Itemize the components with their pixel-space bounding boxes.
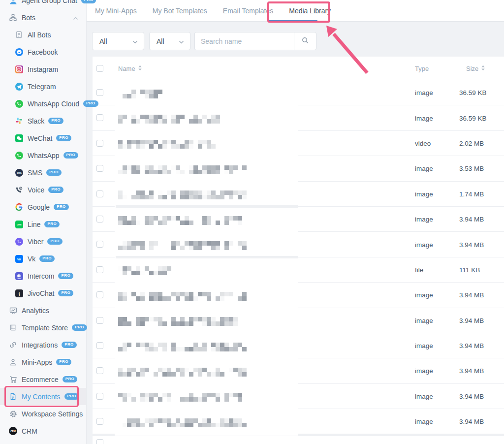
redacted-name-cell[interactable]	[115, 359, 298, 385]
sidebar-item-whatsapp-cloud[interactable]: WhatsApp CloudPRO	[0, 95, 86, 112]
row-checkbox[interactable]	[96, 342, 103, 349]
redacted-name-cell[interactable]	[115, 106, 298, 132]
sidebar-item-workspace-settings[interactable]: Workspace Settings	[0, 405, 86, 422]
sidebar-item-instagram[interactable]: Instagram	[0, 61, 86, 78]
redacted-name-cell[interactable]	[115, 157, 298, 183]
gear-icon	[9, 410, 17, 418]
search-button[interactable]	[294, 32, 316, 50]
sidebar-item-label: Facebook	[28, 48, 58, 56]
tab-media-library[interactable]: Media Library	[289, 7, 331, 15]
row-checkbox[interactable]	[96, 165, 103, 172]
sidebar-item-bots[interactable]: Bots	[0, 9, 86, 26]
table-row: image3.94 MB	[93, 283, 504, 308]
sidebar-item-label: All Bots	[28, 31, 51, 39]
sidebar: Agent Group ChatPROBotsAll BotsFacebookI…	[0, 0, 87, 444]
cell-type: image	[415, 342, 433, 349]
cell-size: 36.59 KB	[459, 114, 487, 122]
redacted-name-cell[interactable]	[115, 309, 298, 335]
type-filter-value: All	[99, 37, 132, 45]
analytics-icon	[9, 306, 17, 315]
sidebar-item-ecommerce[interactable]: EcommercePRO	[0, 371, 86, 388]
svg-text:LINE: LINE	[17, 223, 22, 226]
sidebar-item-all-bots[interactable]: All Bots	[0, 26, 86, 43]
cell-size: 3.94 MB	[459, 392, 484, 400]
redacted-name-cell[interactable]	[115, 182, 298, 208]
row-checkbox[interactable]	[96, 393, 103, 400]
sidebar-item-integrations[interactable]: IntegrationsPRO	[0, 336, 86, 353]
sidebar-item-my-contents[interactable]: My ContentsPRO	[0, 388, 86, 405]
type-filter-select[interactable]: All	[92, 32, 144, 50]
column-label: Type	[415, 64, 429, 72]
sidebar-item-wechat[interactable]: WeChatPRO	[0, 129, 86, 147]
slack-icon	[15, 117, 23, 125]
row-checkbox[interactable]	[96, 439, 103, 444]
sidebar-item-sms[interactable]: SMSSMSPRO	[0, 164, 86, 181]
column-header-type[interactable]: Type	[415, 64, 429, 72]
sidebar-item-facebook[interactable]: Facebook	[0, 43, 86, 61]
sidebar-item-viber[interactable]: ViberPRO	[0, 233, 86, 250]
sidebar-item-mini-apps[interactable]: Mini-AppsPRO	[0, 353, 86, 371]
redacted-name-cell[interactable]	[115, 232, 298, 258]
row-checkbox[interactable]	[96, 266, 103, 273]
tab-email-templates[interactable]: Email Templates	[223, 7, 273, 15]
row-checkbox[interactable]	[96, 216, 103, 222]
row-checkbox[interactable]	[96, 291, 103, 298]
redaction-mosaic	[118, 190, 249, 199]
channel-filter-select[interactable]: All	[149, 32, 190, 50]
sidebar-item-voice[interactable]: VoicePRO	[0, 181, 86, 198]
sidebar-item-analytics[interactable]: Analytics	[0, 302, 86, 319]
select-all-checkbox[interactable]	[96, 65, 103, 72]
redacted-name-cell[interactable]	[115, 207, 298, 233]
redacted-name-cell[interactable]	[115, 81, 298, 107]
pro-badge: PRO	[72, 324, 87, 331]
row-checkbox[interactable]	[96, 418, 103, 425]
cell-size: 3.94 MB	[459, 216, 484, 223]
sidebar-item-crm[interactable]: CRMCRM	[0, 422, 86, 440]
redacted-name-cell[interactable]	[115, 334, 298, 360]
redacted-name-cell[interactable]	[115, 410, 298, 436]
column-header-size[interactable]: Size	[466, 64, 485, 72]
sidebar-item-slack[interactable]: SlackPRO	[0, 112, 86, 129]
tab-bar: My Mini-AppsMy Bot TemplatesEmail Templa…	[87, 0, 504, 22]
redacted-name-cell[interactable]	[115, 283, 298, 309]
pro-badge: PRO	[83, 100, 98, 107]
search-group	[194, 32, 316, 50]
sms-icon: SMS	[15, 168, 23, 177]
sidebar-item-label: Voice	[28, 186, 44, 194]
tab-my-mini-apps[interactable]: My Mini-Apps	[95, 7, 137, 15]
sidebar-item-line[interactable]: LINELinePRO	[0, 216, 86, 233]
row-checkbox[interactable]	[96, 367, 103, 374]
redacted-name-cell[interactable]	[115, 131, 298, 158]
search-input[interactable]	[194, 32, 294, 50]
tab-my-bot-templates[interactable]: My Bot Templates	[153, 7, 207, 15]
cell-type: image	[415, 418, 433, 425]
row-checkbox[interactable]	[96, 241, 103, 248]
google-icon	[15, 203, 23, 211]
table-row: image3.94 MB	[93, 207, 504, 232]
sidebar-item-google[interactable]: GooglePRO	[0, 198, 86, 216]
cell-size: 3.94 MB	[459, 291, 484, 299]
sidebar-item-intercom[interactable]: IntercomPRO	[0, 267, 86, 285]
cell-type: image	[415, 114, 433, 122]
table-row: image1.74 MB	[93, 182, 504, 207]
sidebar-item-jivochat[interactable]: jJivoChatPRO	[0, 285, 86, 302]
row-checkbox[interactable]	[96, 140, 103, 147]
sidebar-item-template-store[interactable]: Template StorePRO	[0, 319, 86, 336]
sidebar-item-telegram[interactable]: Telegram	[0, 78, 86, 95]
redacted-name-cell[interactable]	[115, 258, 298, 284]
row-checkbox[interactable]	[96, 114, 103, 121]
row-checkbox[interactable]	[96, 89, 103, 96]
column-header-name[interactable]: Name	[118, 64, 142, 72]
pro-badge: PRO	[48, 187, 63, 193]
row-checkbox[interactable]	[96, 317, 103, 324]
media-table: Name Type Size image36.59 KBimage36.59 K…	[93, 57, 504, 444]
row-checkbox[interactable]	[96, 190, 103, 197]
pro-badge: PRO	[54, 204, 69, 210]
sidebar-item-vk[interactable]: VKVkPRO	[0, 250, 86, 267]
sidebar-item-agent-group-chat[interactable]: Agent Group ChatPRO	[0, 0, 86, 9]
sidebar-item-label: Google	[28, 203, 50, 211]
redacted-name-cell[interactable]	[115, 384, 298, 411]
column-label: Name	[118, 64, 135, 72]
sidebar-item-whatsapp[interactable]: WhatsAppPRO	[0, 147, 86, 164]
redaction-mosaic	[118, 165, 246, 174]
